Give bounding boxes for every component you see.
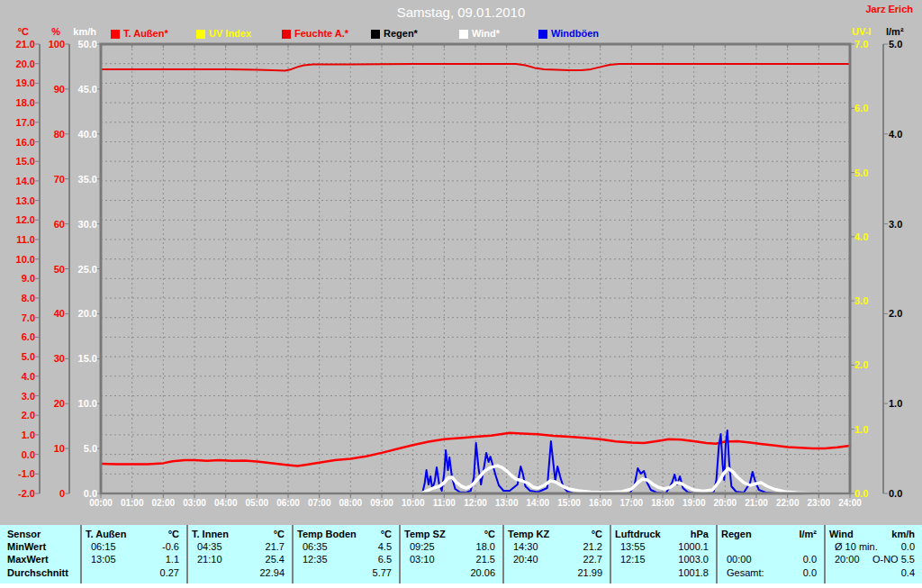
- y-tick-label-temp: 20.0: [0, 59, 35, 69]
- table-cell-value: 21.5: [399, 554, 495, 565]
- legend-swatch: [111, 30, 120, 39]
- legend-label: T. Außen*: [123, 28, 168, 39]
- y-tick-label-temp: 9.0: [0, 273, 35, 284]
- table-corner-header: Sensor: [7, 529, 41, 540]
- table-row-label: Durchschnitt: [7, 567, 68, 579]
- y-tick-label-wind: 30.0: [41, 219, 97, 230]
- table-cell-value: 20.06: [399, 567, 495, 579]
- y-tick-label-wind: 50.0: [41, 39, 97, 50]
- y-tick-label-wind: 15.0: [41, 353, 97, 364]
- plot-border: [101, 44, 850, 493]
- y-tick-label-temp: 13.0: [0, 195, 35, 206]
- table-cell-value: 18.0: [399, 541, 495, 553]
- table-col-unit: °C: [80, 529, 179, 540]
- y-tick-label-uv: 3.0: [854, 295, 910, 306]
- y-tick-label-wind: 20.0: [41, 308, 97, 319]
- series-windboeen: [101, 430, 850, 493]
- y-tick-label-wind: 5.0: [41, 443, 97, 454]
- x-tick-label: 24:00: [832, 498, 868, 508]
- table-cell-value: 0.4: [824, 567, 915, 579]
- y-tick-label-uv: 4.0: [854, 231, 910, 242]
- legend-label: Feuchte A.*: [294, 28, 348, 39]
- table-cell-value: 1001.8: [610, 567, 709, 579]
- y-tick-label-rain: 1.0: [889, 398, 922, 409]
- table-col-unit: °C: [292, 529, 392, 540]
- table-col-unit: l/m²: [716, 529, 817, 540]
- summary-table: SensorMinWertMaxWertDurchschnittT. Außen…: [0, 525, 922, 583]
- table-bottom-strip: [0, 583, 922, 588]
- y-tick-label-rain: 0.0: [889, 488, 922, 499]
- y-tick-label-temp: 8.0: [0, 293, 35, 303]
- y-tick-label-temp: 11.0: [0, 234, 35, 245]
- y-tick-label-temp: 2.0: [0, 410, 35, 421]
- y-tick-label-temp: 6.0: [0, 331, 35, 342]
- y-tick-label-wind: 25.0: [41, 264, 97, 275]
- y-tick-label-rain: 5.0: [889, 39, 922, 50]
- table-cell-value: 0.0: [716, 567, 817, 579]
- y-tick-label-temp: 4.0: [0, 371, 35, 382]
- legend-label: UV Index: [209, 28, 251, 39]
- table-cell-value: 4.5: [292, 541, 392, 553]
- y-tick-label-rain: 2.0: [889, 308, 922, 319]
- table-col-unit: °C: [186, 529, 285, 540]
- table-cell-value: 21.7: [186, 541, 285, 553]
- table-cell-value: 22.94: [186, 567, 285, 579]
- weather-chart-window: { "header": { "title": "Samstag, 09.01.2…: [0, 0, 922, 588]
- y-tick-label-temp: -1.0: [0, 468, 35, 479]
- table-cell-value: 6.5: [292, 554, 392, 565]
- y-tick-label-uv: 6.0: [854, 103, 910, 113]
- table-cell-value: 1000.1: [610, 541, 709, 553]
- y-tick-label-uv: 2.0: [854, 359, 910, 370]
- y-tick-label-temp: 17.0: [0, 117, 35, 128]
- legend-swatch: [459, 30, 468, 39]
- y-tick-label-rain: 4.0: [889, 129, 922, 140]
- table-cell-value: 25.4: [186, 554, 285, 565]
- table-cell-value: 0.0: [824, 541, 915, 553]
- legend-label: Regen*: [384, 28, 418, 39]
- table-col-unit: °C: [399, 529, 495, 540]
- legend-swatch: [196, 30, 205, 39]
- y-tick-label-temp: 18.0: [0, 97, 35, 108]
- chart-title: Samstag, 09.01.2010: [0, 5, 922, 20]
- legend-swatch: [538, 30, 547, 39]
- owner-label: Jarz Erich: [865, 4, 913, 14]
- y-tick-label-temp: 15.0: [0, 156, 35, 167]
- table-row-label: MaxWert: [7, 554, 49, 565]
- table-cell-value: 0.27: [80, 567, 179, 579]
- table-cell-value: 21.99: [502, 567, 602, 579]
- legend-swatch: [282, 30, 291, 39]
- legend-swatch: [371, 30, 380, 39]
- table-cell-value: 5.77: [292, 567, 392, 579]
- table-cell-value: 22.7: [502, 554, 602, 565]
- table-col-unit: km/h: [824, 529, 915, 540]
- y-tick-label-rain: 3.0: [889, 219, 922, 230]
- table-cell-value: -0.6: [80, 541, 179, 553]
- y-tick-label-uv: 1.0: [854, 424, 910, 435]
- table-col-unit: °C: [502, 529, 602, 540]
- table-row-label: MinWert: [7, 541, 46, 553]
- axis-unit-wind: km/h: [41, 26, 96, 37]
- table-cell-value: 1.1: [80, 554, 179, 565]
- legend-label: Windböen: [551, 28, 599, 39]
- table-cell-value: O-NO 5.5: [824, 554, 915, 565]
- y-tick-label-wind: 35.0: [41, 174, 97, 185]
- y-tick-label-wind: 40.0: [41, 129, 97, 140]
- y-tick-label-wind: 45.0: [41, 84, 97, 95]
- y-tick-label-wind: 10.0: [41, 398, 97, 409]
- legend-label: Wind*: [472, 28, 500, 39]
- table-cell-value: 1003.0: [610, 554, 709, 565]
- table-cell-value: 0.0: [716, 554, 817, 565]
- table-cell-value: 21.2: [502, 541, 602, 553]
- y-tick-label-uv: 5.0: [854, 167, 910, 178]
- y-tick-label-temp: 1.0: [0, 430, 35, 440]
- series-wind: [101, 466, 850, 493]
- axis-unit-rain: l/m²: [886, 26, 922, 37]
- table-col-unit: hPa: [610, 529, 709, 540]
